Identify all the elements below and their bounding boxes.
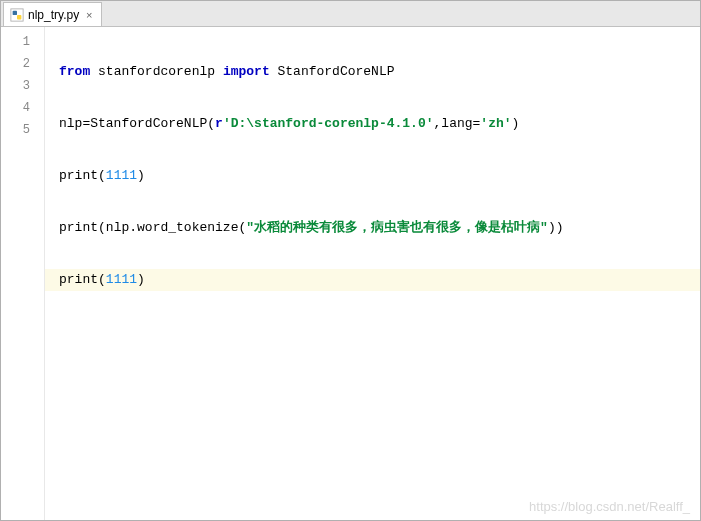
code-line-current: print(1111) [45, 269, 701, 291]
line-number: 2 [1, 53, 44, 75]
line-number: 5 [1, 119, 44, 141]
method-name: word_tokenize [137, 220, 238, 235]
paren-open: ( [98, 272, 106, 287]
string-literal: 'D:\stanford-corenlp-4.1.0' [223, 116, 434, 131]
keyword-import: import [223, 64, 270, 79]
tab-bar: nlp_try.py × [1, 1, 700, 27]
line-number: 3 [1, 75, 44, 97]
number-literal: 1111 [106, 272, 137, 287]
kwarg-name: lang [441, 116, 472, 131]
code-line: print(nlp.word_tokenize("水稻的种类有很多，病虫害也有很… [59, 217, 700, 239]
keyword-from: from [59, 64, 90, 79]
string-literal: "水稻的种类有很多，病虫害也有很多，像是枯叶病" [246, 220, 548, 235]
fn-print: print [59, 220, 98, 235]
svg-rect-0 [11, 8, 23, 20]
number-literal: 1111 [106, 168, 137, 183]
dot: . [129, 220, 137, 235]
svg-rect-2 [17, 15, 21, 19]
paren-close: ) [512, 116, 520, 131]
paren-close: ) [137, 168, 145, 183]
paren-open: ( [98, 220, 106, 235]
paren-open: ( [98, 168, 106, 183]
paren-close: ) [137, 272, 145, 287]
code-editor[interactable]: from stanfordcorenlp import StanfordCore… [45, 27, 700, 520]
paren-close: ) [556, 220, 564, 235]
raw-prefix: r [215, 116, 223, 131]
line-gutter: 1 2 3 4 5 [1, 27, 45, 520]
paren-open: ( [207, 116, 215, 131]
string-literal: 'zh' [480, 116, 511, 131]
line-number: 1 [1, 31, 44, 53]
code-line: from stanfordcorenlp import StanfordCore… [59, 61, 700, 83]
tab-filename: nlp_try.py [28, 8, 79, 22]
ctor-name: StanfordCoreNLP [90, 116, 207, 131]
python-file-icon [10, 8, 24, 22]
file-tab[interactable]: nlp_try.py × [3, 2, 102, 26]
editor-area: 1 2 3 4 5 from stanfordcorenlp import St… [1, 27, 700, 520]
module-name: stanfordcorenlp [98, 64, 215, 79]
var-name: nlp [59, 116, 82, 131]
line-number: 4 [1, 97, 44, 119]
fn-print: print [59, 272, 98, 287]
paren-close: ) [548, 220, 556, 235]
class-name: StanfordCoreNLP [278, 64, 395, 79]
close-icon[interactable]: × [83, 9, 95, 21]
svg-rect-1 [13, 10, 17, 14]
var-name: nlp [106, 220, 129, 235]
code-line: print(1111) [59, 165, 700, 187]
fn-print: print [59, 168, 98, 183]
code-line: nlp=StanfordCoreNLP(r'D:\stanford-corenl… [59, 113, 700, 135]
watermark-text: https://blog.csdn.net/Realff_ [529, 499, 690, 514]
